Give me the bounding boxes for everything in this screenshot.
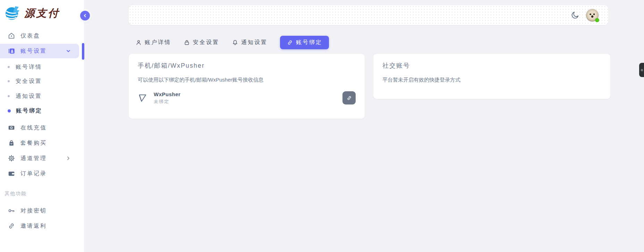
sidebar-item-label: 账号设置 (20, 48, 47, 55)
sidebar-item-label: 订单记录 (20, 170, 47, 177)
tab-account-details[interactable]: 账户详情 (135, 39, 171, 46)
wallet-icon (8, 170, 15, 177)
sidebar-item-account-settings[interactable]: 账号设置 (0, 44, 79, 58)
provider-name: WxPusher (154, 91, 180, 97)
user-icon (135, 39, 142, 46)
home-icon (8, 32, 15, 40)
binding-card: 手机/邮箱/WxPusher 可以使用以下绑定的手机/邮箱/WxPusher账号… (129, 54, 365, 119)
key-icon (8, 207, 15, 215)
sidebar-item-online-recharge[interactable]: 在线充值 (0, 120, 79, 135)
tab-label: 安全设置 (193, 39, 219, 46)
sidebar-subitem-label: 账号详情 (16, 64, 42, 71)
sidebar-collapse-button[interactable] (80, 11, 90, 20)
social-card-title: 社交账号 (382, 61, 410, 70)
social-card-description: 平台暂未开启有效的快捷登录方式 (382, 77, 460, 83)
bind-wxpusher-button[interactable] (342, 91, 356, 104)
sidebar-subitem-security-settings[interactable]: 安全设置 (0, 74, 79, 88)
sidebar-subitem-label: 通知设置 (16, 93, 42, 100)
tab-security-settings[interactable]: 安全设置 (184, 39, 219, 46)
link-icon (8, 222, 15, 230)
shopping-bag-icon (8, 139, 15, 147)
sidebar-item-label: 套餐购买 (20, 140, 47, 147)
sidebar: 源支付 仪表盘 账号设置 账号详情 安全设置 通知设置 账号绑定 (0, 0, 84, 252)
sidebar-item-label: 通道管理 (20, 155, 47, 162)
user-avatar[interactable] (586, 9, 599, 22)
tab-notification-settings[interactable]: 通知设置 (232, 39, 268, 46)
sidebar-subitem-label: 账号绑定 (16, 107, 42, 115)
wxpusher-row: WxPusher 未绑定 (138, 90, 356, 106)
tab-label: 账号绑定 (296, 39, 322, 46)
sidebar-item-api-keys[interactable]: 对接密钥 (0, 203, 79, 218)
sidebar-subitem-account-details[interactable]: 账号详情 (0, 60, 79, 74)
settings-tabs: 账户详情 安全设置 通知设置 账号绑定 (135, 36, 329, 49)
globe-logo-icon (3, 4, 22, 22)
bullet-icon (8, 80, 10, 82)
chevron-left-icon (83, 14, 87, 18)
sidebar-item-package-purchase[interactable]: 套餐购买 (0, 136, 79, 150)
sidebar-item-label: 仪表盘 (20, 32, 40, 40)
lock-icon (184, 39, 190, 46)
dark-mode-toggle-moon-icon[interactable] (570, 11, 579, 20)
binding-card-description: 可以使用以下绑定的手机/邮箱/WxPusher账号接收信息 (138, 77, 264, 83)
sidebar-item-dashboard[interactable]: 仪表盘 (0, 28, 79, 43)
chevron-down-icon (66, 49, 71, 53)
bullet-icon (8, 95, 10, 97)
top-header (129, 5, 608, 25)
active-menu-indicator (82, 43, 84, 60)
app-root: 源支付 仪表盘 账号设置 账号详情 安全设置 通知设置 账号绑定 (0, 0, 644, 252)
link-icon (287, 39, 293, 46)
banknote-icon (8, 124, 15, 132)
sidebar-item-label: 对接密钥 (20, 207, 47, 215)
sidebar-section-label: 其他功能 (5, 191, 27, 197)
binding-card-title: 手机/邮箱/WxPusher (138, 61, 205, 70)
online-status-dot (595, 18, 599, 22)
wxpusher-logo-icon (138, 92, 149, 103)
sidebar-subitem-label: 安全设置 (16, 78, 42, 85)
id-badge-icon (8, 47, 15, 55)
brand-name: 源支付 (24, 6, 60, 20)
chevron-right-icon (66, 156, 71, 161)
wxpusher-info: WxPusher 未绑定 (154, 91, 180, 105)
link-icon (346, 95, 352, 101)
social-card: 社交账号 平台暂未开启有效的快捷登录方式 (373, 54, 610, 99)
brand-logo[interactable]: 源支付 (3, 4, 60, 22)
sidebar-item-order-records[interactable]: 订单记录 (0, 166, 79, 181)
provider-status: 未绑定 (154, 99, 180, 105)
sidebar-subitem-notification-settings[interactable]: 通知设置 (0, 89, 79, 103)
tab-account-binding[interactable]: 账号绑定 (280, 36, 329, 49)
gear-icon (640, 68, 644, 72)
sidebar-item-label: 在线充值 (20, 124, 47, 132)
sidebar-item-invite-rebate[interactable]: 邀请返利 (0, 219, 79, 233)
tab-label: 账户详情 (145, 39, 171, 46)
settings-drawer-handle[interactable] (639, 63, 644, 77)
sidebar-subitem-account-binding[interactable]: 账号绑定 (0, 104, 79, 118)
sidebar-item-label: 邀请返利 (20, 222, 47, 230)
sidebar-item-channel-management[interactable]: 通道管理 (0, 151, 79, 166)
gear-icon (8, 154, 15, 162)
bullet-icon (8, 66, 10, 68)
bullet-icon (8, 109, 11, 112)
tab-label: 通知设置 (241, 39, 268, 46)
header-actions (570, 9, 608, 22)
bell-icon (232, 39, 238, 46)
